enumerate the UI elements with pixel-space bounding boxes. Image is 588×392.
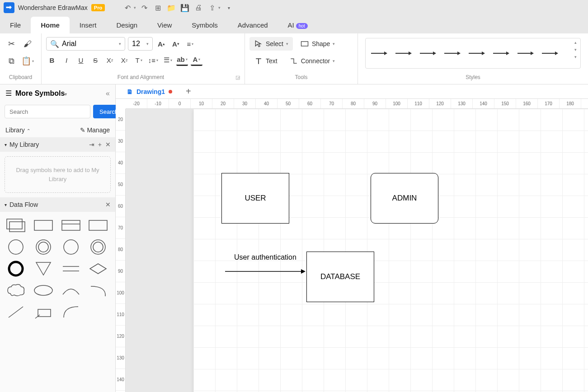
my-library-section[interactable]: ▾ My Library ⇥ + ✕	[0, 137, 115, 152]
font-family-select[interactable]: 🔍 Arial ▾	[46, 37, 125, 51]
arrow-style-7[interactable]	[517, 53, 531, 54]
arrow-style-2[interactable]	[395, 53, 409, 54]
select-tool-button[interactable]: Select▾	[249, 37, 293, 51]
symbol-search-input[interactable]	[5, 105, 90, 118]
arrow-style-8[interactable]	[542, 53, 555, 54]
gallery-down-button[interactable]: ▾	[572, 47, 579, 54]
bold-button[interactable]: B	[46, 54, 58, 66]
menu-symbols[interactable]: Symbols	[182, 17, 228, 33]
shape-stack[interactable]	[5, 216, 27, 234]
shape-triangle[interactable]	[32, 260, 55, 278]
add-icon[interactable]: +	[98, 141, 102, 148]
shape-line[interactable]	[5, 303, 27, 321]
new-button[interactable]: ⊞	[152, 2, 163, 13]
increase-font-button[interactable]: A▴	[155, 38, 167, 50]
my-library-dropzone[interactable]: Drag symbols here to add to My Library	[5, 156, 111, 193]
save-button[interactable]: 💾	[179, 2, 190, 13]
cut-button[interactable]: ✂	[5, 37, 18, 51]
text-case-button[interactable]: T▾	[133, 54, 145, 66]
close-icon[interactable]: ✕	[105, 141, 111, 148]
import-icon[interactable]: ⇥	[89, 141, 94, 148]
list-button[interactable]: ☰▾	[162, 54, 174, 66]
arrow-style-gallery[interactable]: ▴ ▾ ▾	[365, 38, 581, 69]
close-icon[interactable]: ✕	[105, 201, 111, 208]
canvas[interactable]: USER ADMIN DATABASE User authentication	[126, 109, 588, 392]
hot-badge: hot	[296, 23, 308, 29]
arrow-user-database[interactable]	[225, 267, 306, 276]
shape-tool-button[interactable]: Shape▾	[296, 37, 339, 51]
data-flow-section[interactable]: ▾ Data Flow ✕	[0, 197, 115, 212]
arrow-label-auth[interactable]: User authentication	[234, 253, 296, 261]
menu-insert[interactable]: Insert	[70, 17, 107, 33]
text-tool-button[interactable]: Text	[249, 54, 282, 68]
shape-curve[interactable]	[60, 303, 82, 321]
gallery-up-button[interactable]: ▴	[572, 40, 579, 47]
menu-file[interactable]: File	[0, 17, 31, 33]
redo-button[interactable]: ↷	[139, 2, 150, 13]
subscript-button[interactable]: X2	[118, 54, 130, 66]
export-button[interactable]: ⇪	[207, 2, 217, 13]
quick-access-toolbar: ↶▾ ↷ ⊞ 📁 💾 🖨 ⇪▾ ▾	[122, 2, 234, 13]
arrow-style-5[interactable]	[469, 53, 482, 54]
menu-advanced[interactable]: Advanced	[228, 17, 278, 33]
tab-drawing1[interactable]: 🗎 Drawing1	[121, 86, 178, 97]
manage-library-button[interactable]: ✎ Manage	[80, 126, 110, 134]
page[interactable]: USER ADMIN DATABASE User authentication	[193, 109, 588, 392]
font-size-select[interactable]: 12 ▾	[128, 37, 153, 51]
font-color-button[interactable]: A▾	[191, 54, 202, 66]
arrow-style-6[interactable]	[493, 53, 507, 54]
menu-view[interactable]: View	[147, 17, 182, 33]
highlight-button[interactable]: ab▾	[176, 54, 188, 66]
font-dialog-launcher[interactable]: ◲	[235, 75, 240, 80]
shape-circle2[interactable]	[60, 238, 82, 256]
library-toggle[interactable]: Library ⌃	[5, 126, 30, 134]
search-icon: 🔍	[50, 40, 59, 48]
svg-rect-1	[7, 219, 22, 229]
shape-double-circle[interactable]	[32, 238, 55, 256]
shape-rect-header[interactable]	[60, 216, 82, 234]
arrow-style-1[interactable]	[371, 53, 385, 54]
qat-more-button[interactable]: ▾	[223, 2, 234, 13]
menu-ai[interactable]: AIhot	[278, 17, 318, 33]
undo-button[interactable]: ↶	[122, 2, 133, 13]
line-spacing-button[interactable]: ↕≡▾	[147, 54, 159, 66]
node-user[interactable]: USER	[221, 173, 289, 224]
shape-arc[interactable]	[60, 281, 82, 299]
shape-arc2[interactable]	[87, 281, 109, 299]
copy-button[interactable]: ⧉	[5, 54, 18, 68]
strikethrough-button[interactable]: S	[89, 54, 101, 66]
shape-rect-sm[interactable]	[32, 303, 55, 321]
shape-diamond[interactable]	[87, 260, 109, 278]
clipboard-label: Clipboard	[5, 72, 37, 82]
superscript-button[interactable]: X2	[104, 54, 116, 66]
shape-bold-circle[interactable]	[5, 260, 27, 278]
shape-rect[interactable]	[32, 216, 55, 234]
gallery-more-button[interactable]: ▾	[572, 55, 579, 61]
add-tab-button[interactable]: +	[182, 86, 195, 97]
print-button[interactable]: 🖨	[193, 2, 204, 13]
format-painter-button[interactable]: 🖌	[21, 37, 34, 51]
collapse-sidebar-button[interactable]: «	[106, 89, 110, 98]
underline-button[interactable]: U	[75, 54, 87, 66]
menu-design[interactable]: Design	[106, 17, 147, 33]
italic-button[interactable]: I	[61, 54, 72, 66]
arrow-style-3[interactable]	[420, 53, 433, 54]
align-button[interactable]: ≡▾	[184, 38, 196, 50]
node-admin[interactable]: ADMIN	[371, 173, 438, 224]
shape-rect-thin[interactable]	[87, 216, 109, 234]
decrease-font-button[interactable]: A▾	[170, 38, 182, 50]
menu-home[interactable]: Home	[31, 17, 70, 33]
svg-rect-2	[9, 222, 25, 232]
more-symbols-title[interactable]: More Symbols▾	[15, 89, 102, 98]
sidebar: ☰ More Symbols▾ « Search Library ⌃ ✎ Man…	[0, 84, 116, 392]
paste-button[interactable]: 📋▾	[21, 54, 34, 68]
shape-cloud[interactable]	[5, 281, 27, 299]
shape-double-circle2[interactable]	[87, 238, 109, 256]
arrow-style-4[interactable]	[444, 53, 458, 54]
node-database[interactable]: DATABASE	[306, 252, 374, 302]
shape-circle[interactable]	[5, 238, 27, 256]
open-button[interactable]: 📁	[166, 2, 177, 13]
shape-lines[interactable]	[60, 260, 82, 278]
connector-tool-button[interactable]: Connector▾	[285, 54, 340, 68]
shape-ellipse[interactable]	[32, 281, 55, 299]
